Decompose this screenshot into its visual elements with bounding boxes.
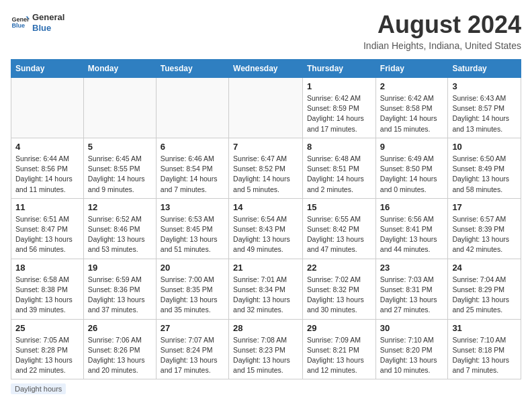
- day-number: 26: [88, 323, 152, 333]
- weekday-header-wednesday: Wednesday: [229, 60, 303, 78]
- calendar-cell: 13Sunrise: 6:53 AM Sunset: 8:45 PM Dayli…: [156, 198, 228, 259]
- week-row-5: 25Sunrise: 7:05 AM Sunset: 8:28 PM Dayli…: [11, 319, 521, 379]
- day-number: 23: [380, 263, 444, 273]
- svg-text:Blue: Blue: [11, 22, 25, 29]
- calendar-cell: 25Sunrise: 7:05 AM Sunset: 8:28 PM Dayli…: [11, 319, 84, 379]
- day-info: Sunrise: 7:07 AM Sunset: 8:24 PM Dayligh…: [161, 335, 224, 376]
- day-number: 14: [233, 202, 298, 212]
- weekday-header-sunday: Sunday: [11, 60, 84, 78]
- day-number: 16: [380, 202, 444, 212]
- day-number: 31: [452, 323, 517, 333]
- calendar-cell: 3Sunrise: 6:43 AM Sunset: 8:57 PM Daylig…: [448, 78, 521, 138]
- day-number: 3: [452, 81, 517, 91]
- calendar-cell: 28Sunrise: 7:08 AM Sunset: 8:23 PM Dayli…: [229, 319, 303, 379]
- weekday-header-friday: Friday: [375, 60, 448, 78]
- day-number: 9: [380, 142, 444, 152]
- day-number: 1: [307, 81, 371, 91]
- calendar-cell: 5Sunrise: 6:45 AM Sunset: 8:55 PM Daylig…: [83, 138, 156, 198]
- day-info: Sunrise: 6:51 AM Sunset: 8:47 PM Dayligh…: [15, 214, 79, 255]
- weekday-header-saturday: Saturday: [448, 60, 521, 78]
- day-info: Sunrise: 7:09 AM Sunset: 8:21 PM Dayligh…: [307, 335, 371, 376]
- day-number: 20: [161, 263, 224, 273]
- day-number: 6: [161, 142, 224, 152]
- day-number: 25: [15, 323, 79, 333]
- day-number: 28: [233, 323, 298, 333]
- calendar-cell: 24Sunrise: 7:04 AM Sunset: 8:29 PM Dayli…: [448, 259, 521, 319]
- day-number: 18: [15, 263, 79, 273]
- day-number: 10: [452, 142, 517, 152]
- calendar-cell: 22Sunrise: 7:02 AM Sunset: 8:32 PM Dayli…: [303, 259, 376, 319]
- day-number: 19: [88, 263, 152, 273]
- calendar-cell: 31Sunrise: 7:10 AM Sunset: 8:18 PM Dayli…: [448, 319, 521, 379]
- day-info: Sunrise: 6:46 AM Sunset: 8:54 PM Dayligh…: [161, 154, 224, 195]
- day-number: 27: [161, 323, 224, 333]
- calendar-cell: 10Sunrise: 6:50 AM Sunset: 8:49 PM Dayli…: [448, 138, 521, 198]
- day-number: 21: [233, 263, 298, 273]
- day-number: 5: [88, 142, 152, 152]
- day-info: Sunrise: 6:59 AM Sunset: 8:36 PM Dayligh…: [88, 275, 152, 316]
- calendar-cell: 17Sunrise: 6:57 AM Sunset: 8:39 PM Dayli…: [448, 198, 521, 259]
- day-number: 24: [452, 263, 517, 273]
- calendar-cell: 16Sunrise: 6:56 AM Sunset: 8:41 PM Dayli…: [375, 198, 448, 259]
- calendar-cell: 19Sunrise: 6:59 AM Sunset: 8:36 PM Dayli…: [83, 259, 156, 319]
- day-number: 29: [307, 323, 371, 333]
- footer-note: Daylight hours: [11, 385, 521, 393]
- day-number: 11: [15, 202, 79, 212]
- weekday-header-thursday: Thursday: [303, 60, 376, 78]
- weekday-header-row: SundayMondayTuesdayWednesdayThursdayFrid…: [11, 60, 521, 78]
- calendar-cell: [11, 78, 84, 138]
- logo-subtext: Blue: [32, 23, 64, 34]
- calendar-cell: 1Sunrise: 6:42 AM Sunset: 8:59 PM Daylig…: [303, 78, 376, 138]
- day-info: Sunrise: 6:44 AM Sunset: 8:56 PM Dayligh…: [15, 154, 79, 195]
- calendar-cell: 15Sunrise: 6:55 AM Sunset: 8:42 PM Dayli…: [303, 198, 376, 259]
- day-number: 22: [307, 263, 371, 273]
- weekday-header-tuesday: Tuesday: [156, 60, 228, 78]
- day-number: 4: [15, 142, 79, 152]
- calendar-cell: 9Sunrise: 6:49 AM Sunset: 8:50 PM Daylig…: [375, 138, 448, 198]
- calendar-cell: 11Sunrise: 6:51 AM Sunset: 8:47 PM Dayli…: [11, 198, 84, 259]
- calendar-cell: 23Sunrise: 7:03 AM Sunset: 8:31 PM Dayli…: [375, 259, 448, 319]
- calendar-cell: 4Sunrise: 6:44 AM Sunset: 8:56 PM Daylig…: [11, 138, 84, 198]
- week-row-3: 11Sunrise: 6:51 AM Sunset: 8:47 PM Dayli…: [11, 198, 521, 259]
- calendar-cell: 21Sunrise: 7:01 AM Sunset: 8:34 PM Dayli…: [229, 259, 303, 319]
- day-number: 30: [380, 323, 444, 333]
- day-info: Sunrise: 7:01 AM Sunset: 8:34 PM Dayligh…: [233, 275, 298, 316]
- logo: General Blue General Blue: [11, 11, 64, 33]
- calendar-cell: 7Sunrise: 6:47 AM Sunset: 8:52 PM Daylig…: [229, 138, 303, 198]
- day-info: Sunrise: 6:53 AM Sunset: 8:45 PM Dayligh…: [161, 214, 224, 255]
- day-info: Sunrise: 7:02 AM Sunset: 8:32 PM Dayligh…: [307, 275, 371, 316]
- day-info: Sunrise: 7:00 AM Sunset: 8:35 PM Dayligh…: [161, 275, 224, 316]
- calendar-cell: [83, 78, 156, 138]
- calendar-cell: 29Sunrise: 7:09 AM Sunset: 8:21 PM Dayli…: [303, 319, 376, 379]
- weekday-header-monday: Monday: [83, 60, 156, 78]
- page-header: General Blue General Blue August 2024 In…: [11, 11, 521, 51]
- day-info: Sunrise: 7:10 AM Sunset: 8:20 PM Dayligh…: [380, 335, 444, 376]
- calendar-cell: 12Sunrise: 6:52 AM Sunset: 8:46 PM Dayli…: [83, 198, 156, 259]
- day-info: Sunrise: 7:03 AM Sunset: 8:31 PM Dayligh…: [380, 275, 444, 316]
- calendar-cell: 2Sunrise: 6:42 AM Sunset: 8:58 PM Daylig…: [375, 78, 448, 138]
- calendar-cell: 6Sunrise: 6:46 AM Sunset: 8:54 PM Daylig…: [156, 138, 228, 198]
- calendar-cell: [156, 78, 228, 138]
- day-info: Sunrise: 7:06 AM Sunset: 8:26 PM Dayligh…: [88, 335, 152, 376]
- day-info: Sunrise: 6:55 AM Sunset: 8:42 PM Dayligh…: [307, 214, 371, 255]
- day-info: Sunrise: 6:54 AM Sunset: 8:43 PM Dayligh…: [233, 214, 298, 255]
- calendar-cell: [229, 78, 303, 138]
- week-row-1: 1Sunrise: 6:42 AM Sunset: 8:59 PM Daylig…: [11, 78, 521, 138]
- day-info: Sunrise: 7:10 AM Sunset: 8:18 PM Dayligh…: [452, 335, 517, 376]
- calendar-cell: 26Sunrise: 7:06 AM Sunset: 8:26 PM Dayli…: [83, 319, 156, 379]
- day-number: 15: [307, 202, 371, 212]
- calendar-cell: 20Sunrise: 7:00 AM Sunset: 8:35 PM Dayli…: [156, 259, 228, 319]
- daylight-hours-label: Daylight hours: [11, 383, 66, 394]
- title-block: August 2024 Indian Heights, Indiana, Uni…: [363, 11, 521, 51]
- calendar-table: SundayMondayTuesdayWednesdayThursdayFrid…: [11, 59, 521, 379]
- calendar-cell: 30Sunrise: 7:10 AM Sunset: 8:20 PM Dayli…: [375, 319, 448, 379]
- day-info: Sunrise: 7:08 AM Sunset: 8:23 PM Dayligh…: [233, 335, 298, 376]
- calendar-cell: 14Sunrise: 6:54 AM Sunset: 8:43 PM Dayli…: [229, 198, 303, 259]
- day-info: Sunrise: 6:48 AM Sunset: 8:51 PM Dayligh…: [307, 154, 371, 195]
- day-info: Sunrise: 6:50 AM Sunset: 8:49 PM Dayligh…: [452, 154, 517, 195]
- day-info: Sunrise: 7:05 AM Sunset: 8:28 PM Dayligh…: [15, 335, 79, 376]
- calendar-cell: 18Sunrise: 6:58 AM Sunset: 8:38 PM Dayli…: [11, 259, 84, 319]
- day-info: Sunrise: 6:57 AM Sunset: 8:39 PM Dayligh…: [452, 214, 517, 255]
- calendar-cell: 27Sunrise: 7:07 AM Sunset: 8:24 PM Dayli…: [156, 319, 228, 379]
- day-number: 7: [233, 142, 298, 152]
